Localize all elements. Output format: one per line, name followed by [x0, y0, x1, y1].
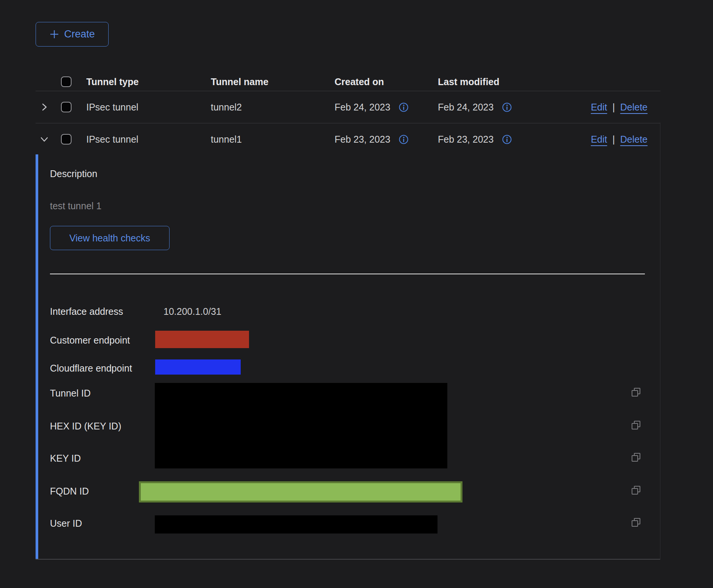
- plus-icon: [49, 29, 59, 39]
- created-on-value: Feb 23, 2023: [335, 134, 390, 145]
- header-tunnel-type: Tunnel type: [86, 73, 139, 91]
- copy-hex-id-button[interactable]: [630, 420, 642, 431]
- customer-endpoint-label: Customer endpoint: [50, 334, 130, 346]
- table-row: IPsec tunnel tunnel1 Feb 23, 2023 Feb 23…: [36, 123, 660, 155]
- hex-id-label: HEX ID (KEY ID): [50, 420, 121, 432]
- tunnel-type-cell: IPsec tunnel: [86, 123, 139, 155]
- header-tunnel-name: Tunnel name: [211, 73, 268, 91]
- user-id-label: User ID: [50, 518, 82, 529]
- copy-icon: [630, 452, 642, 463]
- fqdn-id-label: FQDN ID: [50, 485, 89, 497]
- copy-icon: [630, 420, 642, 431]
- divider: [50, 274, 645, 274]
- edit-link[interactable]: Edit: [591, 102, 607, 113]
- copy-fqdn-id-button[interactable]: [630, 485, 642, 496]
- copy-icon: [630, 485, 642, 496]
- delete-link[interactable]: Delete: [620, 102, 648, 113]
- tunnel-id-label: Tunnel ID: [50, 387, 90, 399]
- table-row: IPsec tunnel tunnel2 Feb 24, 2023 Feb 24…: [36, 91, 660, 123]
- tunnels-page: { "toolbar": { "create_label": "Create" …: [0, 0, 713, 588]
- view-health-checks-button[interactable]: View health checks: [50, 226, 170, 250]
- select-all-checkbox[interactable]: [61, 76, 72, 87]
- info-icon[interactable]: [399, 102, 409, 112]
- create-button[interactable]: Create: [36, 22, 109, 47]
- fqdn-id-redaction: [139, 481, 462, 502]
- chevron-down-icon: [39, 134, 49, 144]
- info-icon[interactable]: [399, 134, 409, 145]
- action-separator: |: [612, 134, 615, 145]
- copy-tunnel-id-button[interactable]: [630, 387, 642, 398]
- row-checkbox[interactable]: [61, 134, 72, 145]
- header-created-on: Created on: [335, 73, 384, 91]
- tunnels-table: Tunnel type Tunnel name Created on Last …: [36, 73, 660, 155]
- copy-key-id-button[interactable]: [630, 452, 642, 463]
- last-modified-value: Feb 23, 2023: [438, 134, 493, 145]
- interface-address-value: 10.200.1.0/31: [163, 306, 221, 317]
- key-id-label: KEY ID: [50, 453, 81, 464]
- description-value: test tunnel 1: [50, 200, 101, 212]
- tunnel-ids-redaction: [155, 383, 447, 468]
- header-last-modified: Last modified: [438, 73, 500, 91]
- info-icon[interactable]: [502, 134, 512, 145]
- row-checkbox[interactable]: [61, 102, 72, 112]
- delete-link[interactable]: Delete: [620, 134, 648, 145]
- last-modified-value: Feb 24, 2023: [438, 102, 493, 113]
- collapse-row-button[interactable]: [38, 133, 51, 146]
- create-button-label: Create: [64, 28, 95, 40]
- expanded-row-accent-bar: [36, 154, 38, 559]
- chevron-right-icon: [39, 102, 49, 112]
- table-header-row: Tunnel type Tunnel name Created on Last …: [36, 73, 660, 91]
- copy-icon: [630, 387, 642, 398]
- table-right-edge: [660, 123, 660, 560]
- interface-address-label: Interface address: [50, 306, 123, 317]
- customer-endpoint-redaction: [155, 331, 249, 348]
- info-icon[interactable]: [502, 102, 512, 112]
- edit-link[interactable]: Edit: [591, 134, 607, 145]
- description-label: Description: [50, 168, 97, 179]
- expand-row-button[interactable]: [38, 101, 51, 114]
- action-separator: |: [612, 102, 615, 113]
- tunnel-type-cell: IPsec tunnel: [86, 91, 139, 123]
- created-on-value: Feb 24, 2023: [335, 102, 390, 113]
- cloudflare-endpoint-label: Cloudflare endpoint: [50, 362, 132, 374]
- divider: [36, 559, 660, 560]
- copy-user-id-button[interactable]: [630, 517, 642, 528]
- tunnel-name-cell: tunnel1: [211, 123, 242, 155]
- copy-icon: [630, 517, 642, 528]
- tunnel-name-cell: tunnel2: [211, 91, 242, 123]
- user-id-redaction: [155, 515, 437, 534]
- cloudflare-endpoint-redaction: [155, 359, 241, 375]
